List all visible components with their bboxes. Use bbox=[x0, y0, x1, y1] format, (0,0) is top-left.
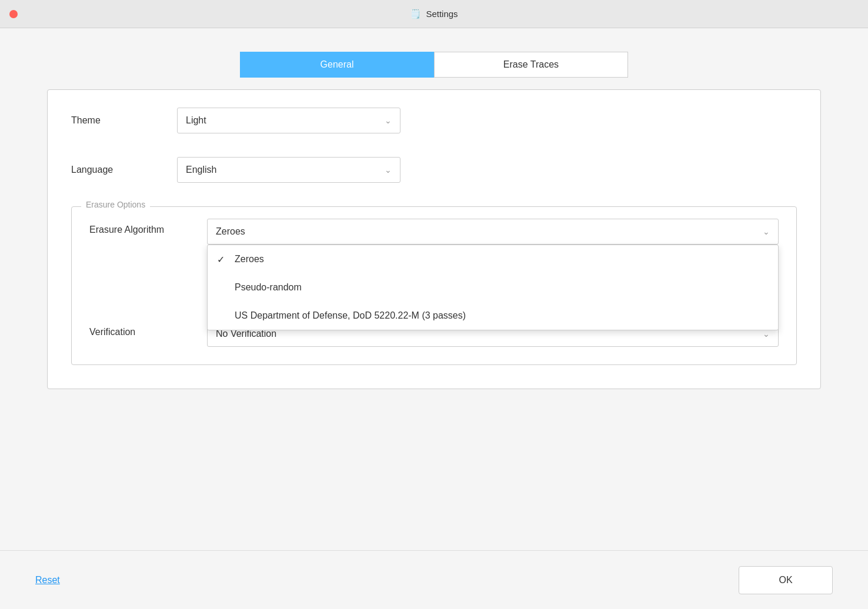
dropdown-item-zeroes-label: Zeroes bbox=[235, 254, 769, 265]
settings-panel: Theme Light ⌄ Language English ⌄ Erasure… bbox=[47, 89, 821, 389]
erasure-algorithm-row: Erasure Algorithm Zeroes ⌄ ✓ Zeroes bbox=[89, 219, 779, 245]
erasure-group-legend: Erasure Options bbox=[81, 200, 150, 209]
title-bar: 🗒️ Settings bbox=[0, 0, 868, 28]
title-label: Settings bbox=[426, 9, 458, 19]
theme-select[interactable]: Light ⌄ bbox=[177, 108, 400, 133]
window-title: 🗒️ Settings bbox=[410, 9, 458, 19]
verification-label: Verification bbox=[89, 321, 207, 337]
ok-button[interactable]: OK bbox=[739, 566, 833, 594]
dropdown-item-dod[interactable]: US Department of Defense, DoD 5220.22-M … bbox=[208, 302, 778, 330]
settings-icon: 🗒️ bbox=[410, 9, 421, 19]
theme-row: Theme Light ⌄ bbox=[71, 108, 797, 133]
dropdown-item-pseudo-random[interactable]: Pseudo-random bbox=[208, 273, 778, 302]
reset-button[interactable]: Reset bbox=[35, 575, 60, 585]
language-select[interactable]: English ⌄ bbox=[177, 157, 400, 183]
tab-erase-traces[interactable]: Erase Traces bbox=[434, 52, 628, 78]
language-chevron-icon: ⌄ bbox=[385, 165, 392, 175]
main-content: General Erase Traces Theme Light ⌄ Langu… bbox=[0, 28, 868, 550]
erasure-algorithm-select[interactable]: Zeroes ⌄ bbox=[207, 219, 779, 245]
language-value: English bbox=[186, 165, 216, 175]
theme-chevron-icon: ⌄ bbox=[385, 116, 392, 125]
close-button[interactable] bbox=[9, 10, 18, 18]
erasure-algorithm-chevron-icon: ⌄ bbox=[763, 227, 770, 236]
tab-bar: General Erase Traces bbox=[240, 52, 628, 78]
tab-general[interactable]: General bbox=[240, 52, 434, 78]
dropdown-item-zeroes[interactable]: ✓ Zeroes bbox=[208, 245, 778, 273]
footer: Reset OK bbox=[0, 550, 868, 609]
dropdown-item-dod-label: US Department of Defense, DoD 5220.22-M … bbox=[235, 310, 769, 321]
erasure-options-group: Erasure Options Erasure Algorithm Zeroes… bbox=[71, 206, 797, 365]
theme-label: Theme bbox=[71, 115, 177, 126]
dropdown-item-pseudo-random-label: Pseudo-random bbox=[235, 282, 769, 293]
erasure-algorithm-label: Erasure Algorithm bbox=[89, 219, 207, 235]
language-row: Language English ⌄ bbox=[71, 157, 797, 183]
erasure-algorithm-wrapper: Zeroes ⌄ ✓ Zeroes Pseudo-random bbox=[207, 219, 779, 245]
window-controls[interactable] bbox=[9, 10, 18, 18]
check-icon: ✓ bbox=[217, 254, 235, 265]
erasure-algorithm-value: Zeroes bbox=[216, 226, 245, 237]
language-label: Language bbox=[71, 165, 177, 175]
theme-value: Light bbox=[186, 115, 206, 126]
erasure-algorithm-dropdown: ✓ Zeroes Pseudo-random US Department of … bbox=[207, 245, 779, 330]
verification-chevron-icon: ⌄ bbox=[763, 329, 770, 339]
